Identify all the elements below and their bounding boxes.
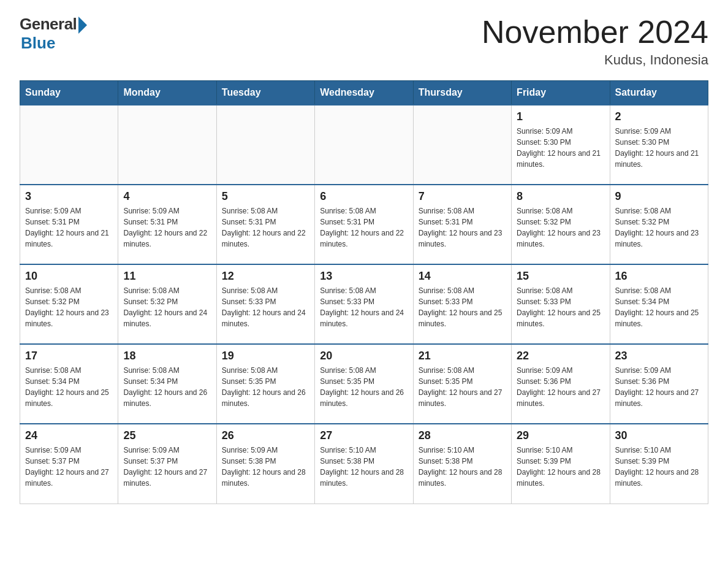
day-number: 7 — [419, 190, 506, 203]
sun-info: Sunrise: 5:08 AMSunset: 5:31 PMDaylight:… — [222, 205, 309, 250]
calendar-cell: 12 Sunrise: 5:08 AMSunset: 5:33 PMDaylig… — [216, 264, 314, 344]
day-number: 16 — [615, 270, 703, 283]
logo-triangle-icon — [78, 17, 87, 34]
calendar-cell: 24 Sunrise: 5:09 AMSunset: 5:37 PMDaylig… — [20, 424, 118, 504]
day-number: 13 — [320, 270, 408, 283]
calendar-cell: 16 Sunrise: 5:08 AMSunset: 5:34 PMDaylig… — [610, 264, 708, 344]
header-wednesday: Wednesday — [315, 81, 413, 105]
week-row-3: 10 Sunrise: 5:08 AMSunset: 5:32 PMDaylig… — [20, 264, 708, 344]
sun-info: Sunrise: 5:08 AMSunset: 5:34 PMDaylight:… — [615, 285, 703, 329]
title-block: November 2024 Kudus, Indonesia — [482, 15, 708, 68]
calendar-cell: 4 Sunrise: 5:09 AMSunset: 5:31 PMDayligh… — [118, 185, 216, 264]
calendar-cell: 28 Sunrise: 5:10 AMSunset: 5:38 PMDaylig… — [413, 424, 511, 504]
calendar-cell: 27 Sunrise: 5:10 AMSunset: 5:38 PMDaylig… — [315, 424, 413, 504]
day-number: 9 — [615, 190, 703, 203]
header-monday: Monday — [118, 81, 216, 105]
calendar-cell: 6 Sunrise: 5:08 AMSunset: 5:31 PMDayligh… — [315, 185, 413, 264]
day-number: 21 — [419, 350, 506, 362]
week-row-4: 17 Sunrise: 5:08 AMSunset: 5:34 PMDaylig… — [20, 344, 708, 424]
sun-info: Sunrise: 5:08 AMSunset: 5:32 PMDaylight:… — [25, 285, 113, 329]
day-number: 27 — [320, 429, 408, 442]
calendar-cell: 15 Sunrise: 5:08 AMSunset: 5:33 PMDaylig… — [512, 264, 610, 344]
calendar-cell: 8 Sunrise: 5:08 AMSunset: 5:32 PMDayligh… — [512, 185, 610, 264]
calendar-cell: 5 Sunrise: 5:08 AMSunset: 5:31 PMDayligh… — [216, 185, 314, 264]
calendar-cell: 2 Sunrise: 5:09 AMSunset: 5:30 PMDayligh… — [610, 105, 708, 185]
header-thursday: Thursday — [413, 81, 511, 105]
calendar-title: November 2024 — [482, 15, 708, 50]
day-number: 3 — [25, 190, 113, 203]
calendar-cell: 7 Sunrise: 5:08 AMSunset: 5:31 PMDayligh… — [413, 185, 511, 264]
week-row-2: 3 Sunrise: 5:09 AMSunset: 5:31 PMDayligh… — [20, 185, 708, 264]
sun-info: Sunrise: 5:09 AMSunset: 5:31 PMDaylight:… — [25, 205, 113, 250]
day-number: 23 — [615, 350, 703, 362]
day-number: 6 — [320, 190, 408, 203]
sun-info: Sunrise: 5:10 AMSunset: 5:39 PMDaylight:… — [517, 445, 604, 489]
header-friday: Friday — [512, 81, 610, 105]
calendar-cell: 30 Sunrise: 5:10 AMSunset: 5:39 PMDaylig… — [610, 424, 708, 504]
sun-info: Sunrise: 5:08 AMSunset: 5:35 PMDaylight:… — [320, 365, 408, 409]
calendar-cell: 29 Sunrise: 5:10 AMSunset: 5:39 PMDaylig… — [512, 424, 610, 504]
week-row-5: 24 Sunrise: 5:09 AMSunset: 5:37 PMDaylig… — [20, 424, 708, 504]
calendar-cell — [413, 105, 511, 185]
calendar-cell: 9 Sunrise: 5:08 AMSunset: 5:32 PMDayligh… — [610, 185, 708, 264]
calendar-cell: 26 Sunrise: 5:09 AMSunset: 5:38 PMDaylig… — [216, 424, 314, 504]
week-row-1: 1 Sunrise: 5:09 AMSunset: 5:30 PMDayligh… — [20, 105, 708, 185]
header-tuesday: Tuesday — [216, 81, 314, 105]
day-number: 10 — [25, 270, 113, 283]
sun-info: Sunrise: 5:09 AMSunset: 5:37 PMDaylight:… — [123, 445, 211, 489]
day-number: 26 — [222, 429, 309, 442]
calendar-cell: 20 Sunrise: 5:08 AMSunset: 5:35 PMDaylig… — [315, 344, 413, 424]
sun-info: Sunrise: 5:09 AMSunset: 5:31 PMDaylight:… — [123, 205, 211, 250]
sun-info: Sunrise: 5:09 AMSunset: 5:36 PMDaylight:… — [517, 365, 604, 409]
calendar-cell: 22 Sunrise: 5:09 AMSunset: 5:36 PMDaylig… — [512, 344, 610, 424]
calendar-location: Kudus, Indonesia — [482, 52, 708, 68]
sun-info: Sunrise: 5:10 AMSunset: 5:38 PMDaylight:… — [320, 445, 408, 489]
sun-info: Sunrise: 5:10 AMSunset: 5:38 PMDaylight:… — [419, 445, 506, 489]
day-number: 22 — [517, 350, 604, 362]
calendar-cell: 11 Sunrise: 5:08 AMSunset: 5:32 PMDaylig… — [118, 264, 216, 344]
calendar-cell: 18 Sunrise: 5:08 AMSunset: 5:34 PMDaylig… — [118, 344, 216, 424]
sun-info: Sunrise: 5:08 AMSunset: 5:31 PMDaylight:… — [419, 205, 506, 250]
page-header: General Blue November 2024 Kudus, Indone… — [20, 15, 708, 68]
calendar-table: Sunday Monday Tuesday Wednesday Thursday… — [20, 80, 708, 504]
calendar-cell: 21 Sunrise: 5:08 AMSunset: 5:35 PMDaylig… — [413, 344, 511, 424]
day-number: 29 — [517, 429, 604, 442]
day-number: 2 — [615, 110, 703, 123]
day-number: 15 — [517, 270, 604, 283]
day-number: 19 — [222, 350, 309, 362]
sun-info: Sunrise: 5:09 AMSunset: 5:36 PMDaylight:… — [615, 365, 703, 409]
day-number: 14 — [419, 270, 506, 283]
calendar-cell: 10 Sunrise: 5:08 AMSunset: 5:32 PMDaylig… — [20, 264, 118, 344]
day-number: 11 — [123, 270, 211, 283]
day-number: 30 — [615, 429, 703, 442]
calendar-cell: 19 Sunrise: 5:08 AMSunset: 5:35 PMDaylig… — [216, 344, 314, 424]
day-number: 1 — [517, 110, 604, 123]
day-number: 18 — [123, 350, 211, 362]
day-number: 24 — [25, 429, 113, 442]
calendar-cell: 14 Sunrise: 5:08 AMSunset: 5:33 PMDaylig… — [413, 264, 511, 344]
day-number: 17 — [25, 350, 113, 362]
day-number: 5 — [222, 190, 309, 203]
calendar-cell: 25 Sunrise: 5:09 AMSunset: 5:37 PMDaylig… — [118, 424, 216, 504]
calendar-cell — [216, 105, 314, 185]
calendar-cell: 3 Sunrise: 5:09 AMSunset: 5:31 PMDayligh… — [20, 185, 118, 264]
sun-info: Sunrise: 5:09 AMSunset: 5:30 PMDaylight:… — [517, 126, 604, 170]
sun-info: Sunrise: 5:09 AMSunset: 5:30 PMDaylight:… — [615, 126, 703, 170]
day-number: 12 — [222, 270, 309, 283]
sun-info: Sunrise: 5:08 AMSunset: 5:34 PMDaylight:… — [123, 365, 211, 409]
sun-info: Sunrise: 5:10 AMSunset: 5:39 PMDaylight:… — [615, 445, 703, 489]
calendar-cell: 17 Sunrise: 5:08 AMSunset: 5:34 PMDaylig… — [20, 344, 118, 424]
day-number: 4 — [123, 190, 211, 203]
sun-info: Sunrise: 5:08 AMSunset: 5:33 PMDaylight:… — [419, 285, 506, 329]
sun-info: Sunrise: 5:08 AMSunset: 5:32 PMDaylight:… — [123, 285, 211, 329]
calendar-cell — [20, 105, 118, 185]
sun-info: Sunrise: 5:08 AMSunset: 5:33 PMDaylight:… — [222, 285, 309, 329]
sun-info: Sunrise: 5:09 AMSunset: 5:38 PMDaylight:… — [222, 445, 309, 489]
day-number: 20 — [320, 350, 408, 362]
header-saturday: Saturday — [610, 81, 708, 105]
sun-info: Sunrise: 5:08 AMSunset: 5:35 PMDaylight:… — [222, 365, 309, 409]
calendar-cell — [315, 105, 413, 185]
calendar-cell: 1 Sunrise: 5:09 AMSunset: 5:30 PMDayligh… — [512, 105, 610, 185]
sun-info: Sunrise: 5:08 AMSunset: 5:32 PMDaylight:… — [517, 205, 604, 250]
sun-info: Sunrise: 5:09 AMSunset: 5:37 PMDaylight:… — [25, 445, 113, 489]
